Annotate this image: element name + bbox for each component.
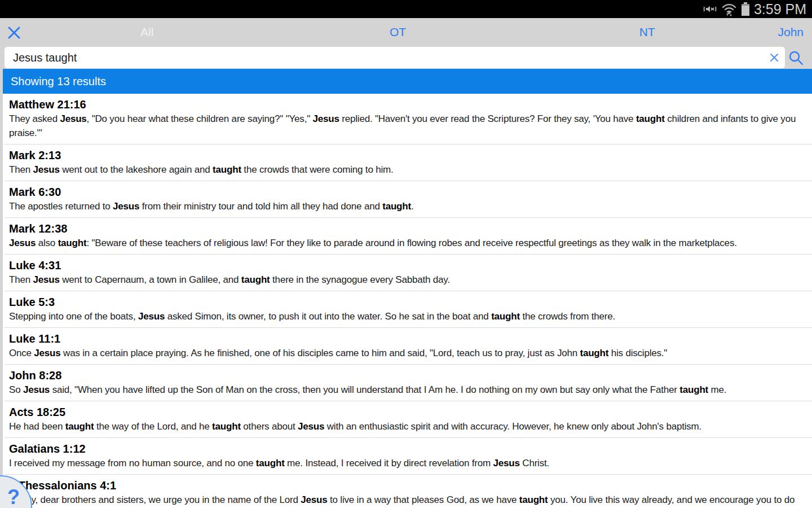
result-row[interactable]: Luke 5:3Stepping into one of the boats, … — [5, 291, 812, 328]
results-count-banner: Showing 13 results — [3, 69, 812, 94]
result-row[interactable]: Galatians 1:12I received my message from… — [5, 438, 812, 475]
help-question-mark: ? — [7, 485, 20, 508]
battery-icon — [741, 2, 750, 16]
result-text: Jesus also taught: "Beware of these teac… — [9, 236, 804, 250]
result-reference: Acts 18:25 — [9, 405, 804, 419]
result-row[interactable]: Acts 18:25He had been taught the way of … — [5, 401, 812, 438]
result-text: He had been taught the way of the Lord, … — [9, 419, 804, 433]
result-row[interactable]: Luke 4:31Then Jesus went to Capernaum, a… — [5, 255, 812, 291]
status-bar: 3:59 PM — [0, 0, 812, 18]
result-row[interactable]: Mark 2:13Then Jesus went out to the lake… — [5, 144, 812, 181]
result-row[interactable]: Matthew 21:16They asked Jesus, "Do you h… — [5, 94, 812, 144]
volume-mute-icon — [703, 2, 717, 16]
result-text: Then Jesus went to Capernaum, a town in … — [9, 273, 804, 287]
result-text: Then Jesus went out to the lakeshore aga… — [9, 163, 804, 177]
result-reference: Luke 4:31 — [9, 259, 804, 273]
result-row[interactable]: 1 Thessalonians 4:1Finally, dear brother… — [5, 475, 812, 508]
result-reference: Mark 6:30 — [9, 185, 804, 199]
result-text: Stepping into one of the boats, Jesus as… — [9, 309, 804, 323]
result-text: So Jesus said, "When you have lifted up … — [9, 383, 804, 397]
result-row[interactable]: Luke 11:1Once Jesus was in a certain pla… — [5, 328, 812, 365]
search-bar — [0, 46, 812, 69]
left-gutter — [0, 69, 3, 508]
result-reference: Luke 5:3 — [9, 295, 804, 309]
result-reference: Galatians 1:12 — [9, 442, 804, 456]
close-icon[interactable] — [7, 25, 21, 40]
result-reference: John 8:28 — [9, 369, 804, 383]
search-icon[interactable] — [788, 50, 804, 65]
wifi-icon — [721, 2, 737, 16]
result-reference: Mark 12:38 — [9, 222, 804, 236]
clear-search-icon[interactable] — [769, 52, 780, 63]
result-text: Once Jesus was in a certain place prayin… — [9, 346, 804, 360]
tab-john[interactable]: John — [778, 18, 804, 46]
result-text: The apostles returned to Jesus from thei… — [9, 199, 804, 213]
result-row[interactable]: Mark 6:30The apostles returned to Jesus … — [5, 181, 812, 218]
result-reference: 1 Thessalonians 4:1 — [9, 479, 804, 493]
result-row[interactable]: Mark 12:38Jesus also taught: "Beware of … — [5, 218, 812, 255]
search-input[interactable] — [5, 47, 785, 68]
result-row[interactable]: John 8:28So Jesus said, "When you have l… — [5, 365, 812, 401]
result-reference: Luke 11:1 — [9, 332, 804, 346]
tab-all[interactable]: All — [140, 18, 153, 46]
result-text: They asked Jesus, "Do you hear what thes… — [9, 112, 804, 140]
result-text: I received my message from no human sour… — [9, 456, 804, 470]
result-reference: Mark 2:13 — [9, 148, 804, 163]
tab-bar: AllOTNTJohn — [0, 18, 812, 46]
status-time: 3:59 PM — [754, 0, 806, 18]
tab-nt[interactable]: NT — [639, 18, 655, 46]
result-text: Finally, dear brothers and sisters, we u… — [9, 493, 804, 508]
result-reference: Matthew 21:16 — [9, 98, 804, 112]
tab-ot[interactable]: OT — [390, 18, 406, 46]
results-list: Matthew 21:16They asked Jesus, "Do you h… — [3, 94, 812, 508]
